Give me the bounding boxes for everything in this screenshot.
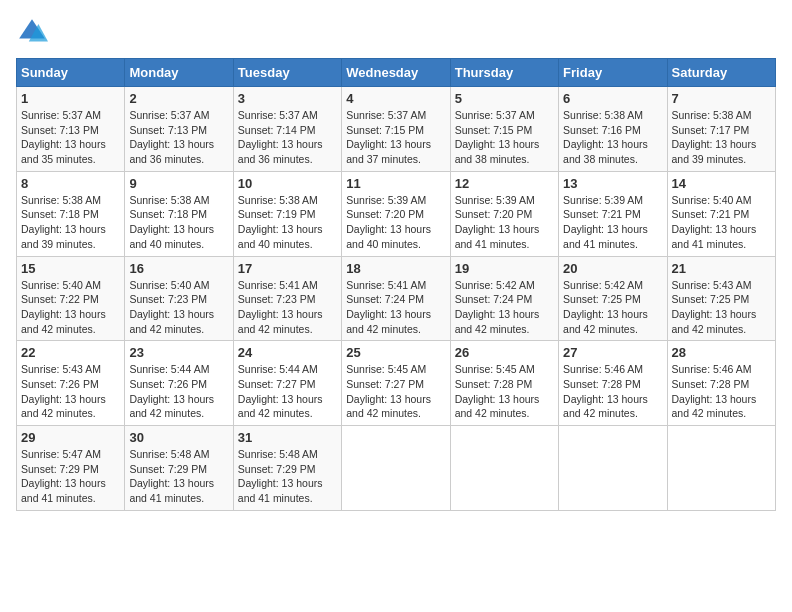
calendar-cell-20: 20 Sunrise: 5:42 AMSunset: 7:25 PMDaylig… <box>559 256 667 341</box>
calendar-cell-29: 29 Sunrise: 5:47 AMSunset: 7:29 PMDaylig… <box>17 426 125 511</box>
col-header-thursday: Thursday <box>450 59 558 87</box>
col-header-wednesday: Wednesday <box>342 59 450 87</box>
day-number: 28 <box>672 345 771 360</box>
empty-cell <box>559 426 667 511</box>
day-number: 26 <box>455 345 554 360</box>
day-number: 15 <box>21 261 120 276</box>
day-detail: Sunrise: 5:38 AMSunset: 7:16 PMDaylight:… <box>563 109 648 165</box>
day-detail: Sunrise: 5:39 AMSunset: 7:21 PMDaylight:… <box>563 194 648 250</box>
calendar-cell-6: 6 Sunrise: 5:38 AMSunset: 7:16 PMDayligh… <box>559 87 667 172</box>
day-number: 31 <box>238 430 337 445</box>
day-number: 10 <box>238 176 337 191</box>
col-header-saturday: Saturday <box>667 59 775 87</box>
calendar-cell-22: 22 Sunrise: 5:43 AMSunset: 7:26 PMDaylig… <box>17 341 125 426</box>
day-detail: Sunrise: 5:40 AMSunset: 7:23 PMDaylight:… <box>129 279 214 335</box>
day-detail: Sunrise: 5:48 AMSunset: 7:29 PMDaylight:… <box>129 448 214 504</box>
day-detail: Sunrise: 5:41 AMSunset: 7:23 PMDaylight:… <box>238 279 323 335</box>
day-number: 30 <box>129 430 228 445</box>
day-detail: Sunrise: 5:38 AMSunset: 7:19 PMDaylight:… <box>238 194 323 250</box>
day-number: 11 <box>346 176 445 191</box>
calendar-cell-21: 21 Sunrise: 5:43 AMSunset: 7:25 PMDaylig… <box>667 256 775 341</box>
day-detail: Sunrise: 5:42 AMSunset: 7:25 PMDaylight:… <box>563 279 648 335</box>
day-number: 4 <box>346 91 445 106</box>
col-header-sunday: Sunday <box>17 59 125 87</box>
day-number: 9 <box>129 176 228 191</box>
day-detail: Sunrise: 5:44 AMSunset: 7:26 PMDaylight:… <box>129 363 214 419</box>
calendar-cell-16: 16 Sunrise: 5:40 AMSunset: 7:23 PMDaylig… <box>125 256 233 341</box>
col-header-tuesday: Tuesday <box>233 59 341 87</box>
day-detail: Sunrise: 5:48 AMSunset: 7:29 PMDaylight:… <box>238 448 323 504</box>
empty-cell <box>450 426 558 511</box>
calendar-cell-26: 26 Sunrise: 5:45 AMSunset: 7:28 PMDaylig… <box>450 341 558 426</box>
day-number: 25 <box>346 345 445 360</box>
calendar-cell-31: 31 Sunrise: 5:48 AMSunset: 7:29 PMDaylig… <box>233 426 341 511</box>
day-number: 29 <box>21 430 120 445</box>
calendar-cell-14: 14 Sunrise: 5:40 AMSunset: 7:21 PMDaylig… <box>667 171 775 256</box>
calendar-cell-23: 23 Sunrise: 5:44 AMSunset: 7:26 PMDaylig… <box>125 341 233 426</box>
day-detail: Sunrise: 5:37 AMSunset: 7:14 PMDaylight:… <box>238 109 323 165</box>
col-header-monday: Monday <box>125 59 233 87</box>
day-number: 17 <box>238 261 337 276</box>
calendar-cell-2: 2 Sunrise: 5:37 AMSunset: 7:13 PMDayligh… <box>125 87 233 172</box>
day-detail: Sunrise: 5:37 AMSunset: 7:15 PMDaylight:… <box>346 109 431 165</box>
day-number: 3 <box>238 91 337 106</box>
calendar-cell-27: 27 Sunrise: 5:46 AMSunset: 7:28 PMDaylig… <box>559 341 667 426</box>
col-header-friday: Friday <box>559 59 667 87</box>
day-detail: Sunrise: 5:44 AMSunset: 7:27 PMDaylight:… <box>238 363 323 419</box>
calendar-cell-1: 1 Sunrise: 5:37 AMSunset: 7:13 PMDayligh… <box>17 87 125 172</box>
day-number: 5 <box>455 91 554 106</box>
empty-cell <box>342 426 450 511</box>
calendar-cell-10: 10 Sunrise: 5:38 AMSunset: 7:19 PMDaylig… <box>233 171 341 256</box>
day-number: 23 <box>129 345 228 360</box>
day-detail: Sunrise: 5:45 AMSunset: 7:28 PMDaylight:… <box>455 363 540 419</box>
day-number: 24 <box>238 345 337 360</box>
calendar-cell-15: 15 Sunrise: 5:40 AMSunset: 7:22 PMDaylig… <box>17 256 125 341</box>
logo <box>16 16 52 48</box>
day-number: 2 <box>129 91 228 106</box>
day-number: 20 <box>563 261 662 276</box>
day-detail: Sunrise: 5:46 AMSunset: 7:28 PMDaylight:… <box>563 363 648 419</box>
day-detail: Sunrise: 5:40 AMSunset: 7:21 PMDaylight:… <box>672 194 757 250</box>
calendar-cell-17: 17 Sunrise: 5:41 AMSunset: 7:23 PMDaylig… <box>233 256 341 341</box>
calendar-cell-5: 5 Sunrise: 5:37 AMSunset: 7:15 PMDayligh… <box>450 87 558 172</box>
calendar-cell-8: 8 Sunrise: 5:38 AMSunset: 7:18 PMDayligh… <box>17 171 125 256</box>
calendar-cell-9: 9 Sunrise: 5:38 AMSunset: 7:18 PMDayligh… <box>125 171 233 256</box>
day-number: 6 <box>563 91 662 106</box>
day-detail: Sunrise: 5:40 AMSunset: 7:22 PMDaylight:… <box>21 279 106 335</box>
calendar-cell-12: 12 Sunrise: 5:39 AMSunset: 7:20 PMDaylig… <box>450 171 558 256</box>
calendar-cell-28: 28 Sunrise: 5:46 AMSunset: 7:28 PMDaylig… <box>667 341 775 426</box>
day-detail: Sunrise: 5:38 AMSunset: 7:17 PMDaylight:… <box>672 109 757 165</box>
day-number: 13 <box>563 176 662 191</box>
day-number: 14 <box>672 176 771 191</box>
logo-icon <box>16 16 48 48</box>
calendar-cell-13: 13 Sunrise: 5:39 AMSunset: 7:21 PMDaylig… <box>559 171 667 256</box>
day-number: 19 <box>455 261 554 276</box>
day-number: 16 <box>129 261 228 276</box>
day-detail: Sunrise: 5:37 AMSunset: 7:13 PMDaylight:… <box>129 109 214 165</box>
day-number: 27 <box>563 345 662 360</box>
calendar-cell-18: 18 Sunrise: 5:41 AMSunset: 7:24 PMDaylig… <box>342 256 450 341</box>
calendar-cell-25: 25 Sunrise: 5:45 AMSunset: 7:27 PMDaylig… <box>342 341 450 426</box>
day-number: 8 <box>21 176 120 191</box>
day-detail: Sunrise: 5:45 AMSunset: 7:27 PMDaylight:… <box>346 363 431 419</box>
day-number: 7 <box>672 91 771 106</box>
day-number: 22 <box>21 345 120 360</box>
day-detail: Sunrise: 5:47 AMSunset: 7:29 PMDaylight:… <box>21 448 106 504</box>
day-detail: Sunrise: 5:43 AMSunset: 7:25 PMDaylight:… <box>672 279 757 335</box>
calendar-cell-4: 4 Sunrise: 5:37 AMSunset: 7:15 PMDayligh… <box>342 87 450 172</box>
day-number: 1 <box>21 91 120 106</box>
day-number: 12 <box>455 176 554 191</box>
day-detail: Sunrise: 5:37 AMSunset: 7:13 PMDaylight:… <box>21 109 106 165</box>
empty-cell <box>667 426 775 511</box>
day-number: 21 <box>672 261 771 276</box>
day-detail: Sunrise: 5:38 AMSunset: 7:18 PMDaylight:… <box>21 194 106 250</box>
day-detail: Sunrise: 5:42 AMSunset: 7:24 PMDaylight:… <box>455 279 540 335</box>
day-detail: Sunrise: 5:38 AMSunset: 7:18 PMDaylight:… <box>129 194 214 250</box>
calendar-cell-11: 11 Sunrise: 5:39 AMSunset: 7:20 PMDaylig… <box>342 171 450 256</box>
day-number: 18 <box>346 261 445 276</box>
day-detail: Sunrise: 5:41 AMSunset: 7:24 PMDaylight:… <box>346 279 431 335</box>
calendar-cell-19: 19 Sunrise: 5:42 AMSunset: 7:24 PMDaylig… <box>450 256 558 341</box>
calendar-cell-30: 30 Sunrise: 5:48 AMSunset: 7:29 PMDaylig… <box>125 426 233 511</box>
day-detail: Sunrise: 5:43 AMSunset: 7:26 PMDaylight:… <box>21 363 106 419</box>
page-header <box>16 16 776 48</box>
